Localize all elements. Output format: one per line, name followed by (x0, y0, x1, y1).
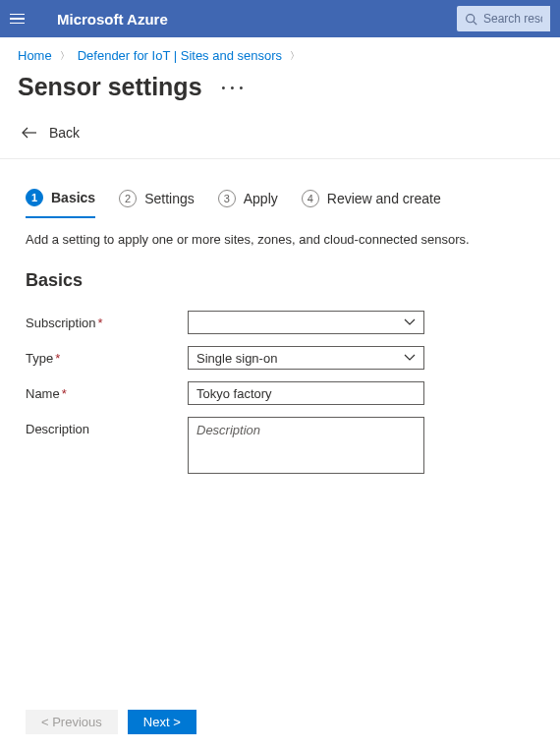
back-label: Back (49, 125, 80, 141)
intro-text: Add a setting to apply one or more sites… (26, 218, 534, 247)
type-value: Single sign-on (196, 351, 277, 366)
arrow-left-icon (22, 127, 37, 139)
tab-settings[interactable]: 2 Settings (119, 189, 195, 217)
label-description: Description (26, 417, 188, 436)
field-type: Type* Single sign-on (26, 346, 534, 370)
description-textarea[interactable] (188, 417, 424, 474)
tab-label: Basics (51, 190, 95, 205)
brand-label: Microsoft Azure (57, 11, 457, 28)
more-actions-icon[interactable]: • • • (222, 82, 245, 93)
search-placeholder: Search resou (483, 12, 542, 26)
global-search-input[interactable]: Search resou (457, 6, 550, 31)
svg-line-1 (474, 21, 476, 24)
search-icon (465, 13, 477, 26)
name-input[interactable] (188, 381, 424, 405)
field-subscription: Subscription* (26, 311, 534, 334)
back-link[interactable]: Back (0, 115, 560, 159)
field-description: Description (26, 417, 534, 477)
breadcrumb: Home 〉 Defender for IoT | Sites and sens… (0, 37, 560, 69)
subscription-dropdown[interactable] (188, 311, 424, 334)
tab-apply[interactable]: 3 Apply (218, 189, 278, 217)
step-number: 4 (302, 190, 319, 207)
label-subscription: Subscription* (26, 311, 188, 330)
chevron-down-icon (404, 318, 416, 326)
label-type: Type* (26, 346, 188, 366)
breadcrumb-home[interactable]: Home (18, 48, 52, 63)
breadcrumb-defender[interactable]: Defender for IoT | Sites and sensors (78, 48, 282, 63)
tab-label: Settings (144, 191, 195, 206)
top-header: Microsoft Azure Search resou (0, 0, 560, 37)
svg-point-0 (467, 14, 475, 22)
chevron-right-icon: 〉 (290, 49, 300, 63)
step-number: 1 (26, 189, 43, 206)
field-name: Name* (26, 381, 534, 405)
section-heading-basics: Basics (26, 247, 534, 311)
chevron-down-icon (404, 354, 416, 362)
wizard-tabs: 1 Basics 2 Settings 3 Apply 4 Review and… (26, 159, 534, 218)
tab-review-and-create[interactable]: 4 Review and create (302, 189, 441, 217)
tab-basics[interactable]: 1 Basics (26, 189, 95, 218)
chevron-right-icon: 〉 (60, 49, 70, 63)
tab-label: Apply (244, 191, 278, 206)
previous-button[interactable]: < Previous (26, 710, 118, 734)
page-title: Sensor settings (18, 73, 202, 101)
next-button[interactable]: Next > (128, 710, 196, 734)
label-name: Name* (26, 381, 188, 401)
page-title-row: Sensor settings • • • (0, 69, 560, 115)
step-number: 2 (119, 190, 137, 207)
step-number: 3 (218, 190, 236, 207)
wizard-footer: < Previous Next > (26, 710, 196, 734)
tab-label: Review and create (327, 191, 441, 206)
type-dropdown[interactable]: Single sign-on (188, 346, 424, 370)
hamburger-menu-icon[interactable] (8, 9, 28, 29)
